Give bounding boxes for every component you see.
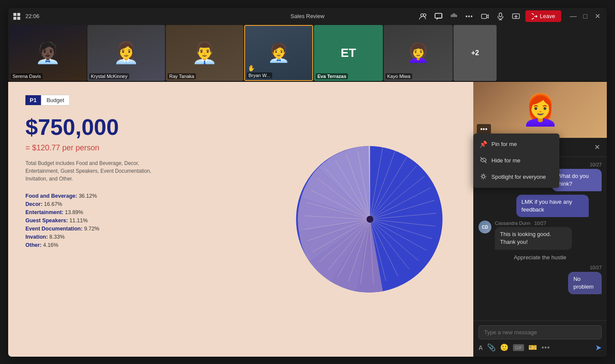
attach-icon[interactable]: 📎 [487, 343, 496, 352]
pinned-video-placeholder: 👩‍🦰 [473, 82, 607, 138]
participant-name: Kayo Miwa [385, 73, 412, 79]
message-received-container: CD Cassandra Dunn 10/27 This is looking … [478, 221, 602, 249]
svg-point-40 [482, 175, 485, 177]
message-sender: Cassandra Dunn 10/27 [495, 221, 585, 226]
pin-label: Pin for me [491, 141, 517, 147]
title-bar: 22:06 Sales Review [8, 8, 607, 25]
camera-toggle-icon[interactable] [479, 10, 491, 22]
chat-input[interactable] [478, 325, 602, 339]
mic-icon[interactable] [494, 10, 506, 22]
teams-window: 22:06 Sales Review [8, 8, 607, 357]
chat-input-area: A 📎 🙂 GIF 🎫 ••• ➤ [473, 320, 607, 357]
content-row: P1 Budget $750,000 = $120.77 per person … [8, 82, 607, 357]
svg-rect-2 [435, 13, 442, 18]
spotlight-item[interactable]: Spotlight for everyone [473, 169, 559, 185]
more-options-icon[interactable]: ••• [463, 10, 475, 22]
chat-toolbar: A 📎 🙂 GIF 🎫 ••• ➤ [478, 343, 602, 352]
chat-icon[interactable] [432, 10, 444, 22]
avatar: CD [478, 221, 491, 233]
presentation-area: P1 Budget $750,000 = $120.77 per person … [8, 82, 473, 357]
participant-tile[interactable]: 🧑‍💼 ✋ Bryan W... [244, 25, 313, 81]
svg-point-39 [367, 216, 373, 223]
close-button[interactable]: ✕ [593, 12, 602, 21]
pin-for-me-item[interactable]: 📌 Pin for me [473, 136, 559, 152]
participant-tile[interactable]: ET Eva Terrazas [314, 25, 383, 81]
hide-for-me-item[interactable]: Hide for me [473, 152, 559, 169]
window-controls: — □ ✕ [569, 12, 602, 21]
participant-name: Ray Tanaka [168, 73, 196, 79]
window-title: Sales Review [291, 13, 325, 19]
message-content: Cassandra Dunn 10/27 This is looking goo… [495, 221, 585, 249]
participant-tile[interactable]: 🧑🏿‍💼 Serena Davis [9, 25, 87, 81]
format-icon[interactable]: A [478, 344, 483, 351]
participant-name: Krystal McKinney [89, 73, 129, 79]
participants-row: 🧑🏿‍💼 Serena Davis 👩‍💼 Krystal McKinney 👨… [8, 25, 607, 81]
hide-label: Hide for me [491, 157, 520, 164]
participant-name: Eva Terrazas [316, 73, 348, 79]
participant-tile[interactable]: 👩‍💼 Krystal McKinney [87, 25, 165, 81]
svg-rect-4 [499, 13, 502, 17]
svg-rect-3 [481, 14, 487, 19]
share-screen-icon[interactable] [510, 10, 522, 22]
participant-name: Serena Davis [11, 73, 43, 79]
context-menu: 📌 Pin for me Hide for me [473, 134, 559, 188]
grid-icon[interactable] [13, 13, 20, 20]
spotlight-label: Spotlight for everyone [491, 174, 546, 180]
participant-overflow[interactable]: +2 [453, 25, 497, 81]
pie-chart [292, 142, 447, 297]
message-group: LMK if you have any feedback [516, 195, 602, 217]
maximize-button[interactable]: □ [581, 12, 590, 21]
participant-tile[interactable]: 👩‍🦱 Kayo Miwa [384, 25, 453, 81]
title-bar-right: ••• [417, 10, 602, 22]
participant-tile[interactable]: 👨‍💼 Ray Tanaka [166, 25, 243, 81]
message-bubble: LMK if you have any feedback [516, 195, 589, 217]
participants-icon[interactable] [417, 10, 429, 22]
right-panels: 👩‍🦰 ••• 📌 Pin for me [473, 82, 607, 357]
raise-hand-emoji: ✋ [248, 65, 255, 72]
tag-p1: P1 [25, 95, 41, 105]
minimize-button[interactable]: — [569, 12, 578, 21]
message-bubble: No problem [568, 272, 602, 294]
gif-icon[interactable]: GIF [513, 344, 524, 351]
pinned-video: 👩‍🦰 ••• 📌 Pin for me [473, 82, 607, 138]
tag-budget: Budget [41, 95, 70, 106]
svg-point-0 [421, 14, 423, 16]
main-content: 🧑🏿‍💼 Serena Davis 👩‍💼 Krystal McKinney 👨… [8, 25, 607, 357]
message-date: 10/27 [590, 162, 602, 167]
chat-close-button[interactable]: ✕ [594, 143, 600, 151]
emoji-icon[interactable]: 🙂 [500, 343, 509, 352]
leave-button[interactable]: Leave [525, 10, 561, 22]
svg-point-1 [423, 14, 426, 16]
budget-description: Total Budget includes Food and Beverage,… [25, 159, 172, 183]
message-date: 10/27 [590, 265, 602, 270]
slide-tag: P1 Budget [25, 95, 70, 106]
stickers-icon[interactable]: 🎫 [528, 343, 537, 352]
raise-hand-icon[interactable] [448, 10, 460, 22]
spotlight-icon [479, 173, 487, 181]
more-chat-icon[interactable]: ••• [541, 344, 550, 352]
more-options-button[interactable]: ••• [477, 124, 491, 134]
message-plain: Appreciate the hustle [514, 253, 566, 261]
budget-amount: $750,000 [25, 114, 456, 140]
pin-icon: 📌 [479, 140, 487, 148]
overflow-count: +2 [471, 49, 479, 57]
send-button[interactable]: ➤ [595, 343, 602, 352]
message-bubble: This is looking good. Thank you! [495, 227, 572, 249]
participant-name: Bryan W... [247, 72, 272, 78]
time-display: 22:06 [25, 13, 40, 19]
title-bar-left: 22:06 [13, 13, 40, 20]
message-bubble: What do you think? [552, 169, 602, 191]
message-group: 10/27 No problem [562, 265, 602, 294]
hide-icon [479, 157, 487, 165]
